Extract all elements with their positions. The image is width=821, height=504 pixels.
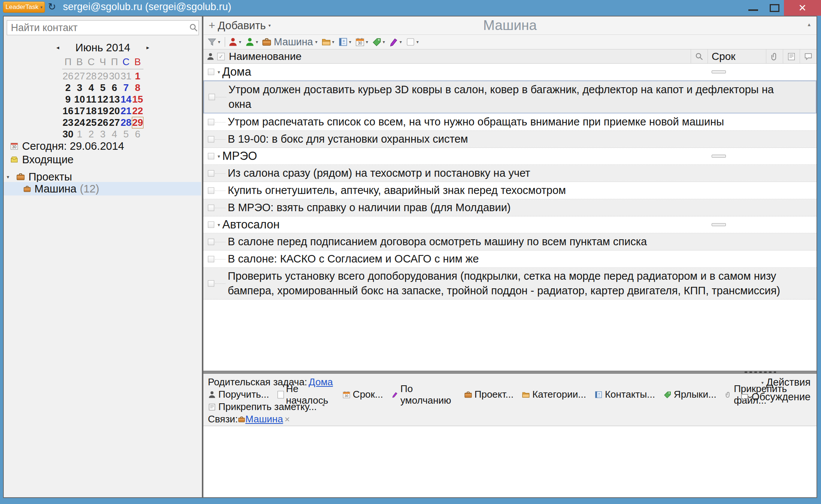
search-tasks-button[interactable] [691,49,708,63]
status-filter-button[interactable]: ▾ [406,37,419,47]
expander-icon[interactable]: ▾ [218,154,220,159]
column-due[interactable]: Срок [708,49,766,63]
group-row[interactable]: ▾ Автосалон [203,216,817,233]
calendar-day[interactable]: 5 [97,82,109,94]
linked-project-link[interactable]: Машина [245,413,283,425]
task-checkbox[interactable] [208,280,214,287]
sidebar-item-today[interactable]: 30 Сегодня: 29.06.2014 [10,139,201,153]
calendar-day[interactable]: 1 [132,70,143,82]
calendar-day[interactable]: 27 [74,70,85,82]
expander-icon[interactable]: ▾ [218,222,220,228]
minimize-button[interactable] [743,0,763,16]
calendar-day[interactable]: 10 [74,94,85,105]
calendar-day[interactable]: 6 [132,128,143,140]
assigned-by-filter-button[interactable]: ▾ [228,37,241,47]
category-filter-button[interactable]: ▾ [321,37,334,47]
notes-area[interactable] [203,426,817,497]
sidebar-item-inbox[interactable]: Входящие [10,153,201,166]
task-checkbox[interactable] [208,256,214,262]
search-icon[interactable] [189,23,199,33]
tags-filter-button[interactable]: ▾ [372,37,385,47]
column-attachment[interactable] [766,49,783,63]
calendar-day[interactable]: 29 [97,70,109,82]
marker-button[interactable]: По умолчанию [391,383,456,406]
scroll-up-icon[interactable]: ▴ [808,21,811,28]
calendar-day[interactable]: 1 [74,128,85,140]
calendar-day[interactable]: 9 [62,94,74,105]
calendar-day[interactable]: 2 [62,82,74,94]
calendar-day[interactable]: 21 [120,105,132,117]
project-button[interactable]: Проект... [464,389,513,400]
task-checkbox[interactable] [208,136,214,142]
task-row[interactable]: В МРЭО: взять справку о наличии прав (дл… [203,199,817,216]
sync-icon[interactable]: ↻ [48,1,56,13]
task-checkbox[interactable] [209,94,215,100]
tags-button[interactable]: Ярлыки... [663,389,717,400]
calendar-day[interactable]: 28 [85,70,97,82]
calendar-day[interactable]: 2 [85,128,97,140]
date-filter-button[interactable]: 30 ▾ [355,37,368,47]
calendar-day[interactable]: 27 [109,117,120,128]
assigned-to-filter-button[interactable]: ▾ [245,37,258,47]
calendar-prev-button[interactable]: ◂ [53,44,63,51]
splitter-grip[interactable] [745,371,776,373]
calendar-day[interactable]: 16 [62,105,74,117]
column-note[interactable] [783,49,800,63]
calendar-day[interactable]: 4 [109,128,120,140]
task-row[interactable]: Из салона сразу (рядом) на техосмотр и п… [203,165,817,182]
leadertask-menu-button[interactable]: LeaderTask ▾ [3,1,45,13]
calendar-day[interactable]: 5 [120,128,132,140]
task-checkbox[interactable] [208,170,214,176]
calendar-day[interactable]: 26 [62,70,74,82]
calendar-day[interactable]: 17 [74,105,85,117]
calendar-day[interactable]: 15 [132,94,143,105]
column-discussion[interactable] [800,49,817,63]
expander-icon[interactable]: ▾ [218,69,220,75]
task-checkbox[interactable] [208,119,214,125]
contacts-button[interactable]: Контакты... [594,389,655,400]
calendar-day[interactable]: 11 [85,94,97,105]
filter-button[interactable]: ▾ [207,37,220,47]
calendar-day[interactable]: 24 [74,117,85,128]
collapse-icon[interactable]: ◂ [322,402,324,407]
calendar-day[interactable]: 12 [97,94,109,105]
calendar-day[interactable]: 18 [85,105,97,117]
calendar-day[interactable]: 14 [120,94,132,105]
task-row[interactable]: В 19-00: в бокс для установки охранных с… [203,131,817,148]
task-checkbox[interactable] [208,239,214,245]
column-name[interactable]: ✓ Наименование [203,51,691,63]
calendar-day[interactable]: 23 [62,117,74,128]
group-row[interactable]: ▾ Дома [203,64,817,81]
calendar-day[interactable]: 31 [120,70,132,82]
contacts-filter-button[interactable]: ▾ [338,37,351,47]
task-checkbox[interactable] [208,222,214,228]
maximize-button[interactable] [765,0,784,16]
horizontal-splitter[interactable] [203,371,817,374]
group-handle[interactable] [712,70,726,73]
calendar-day[interactable]: 3 [74,82,85,94]
search-input[interactable] [7,22,189,34]
calendar-day[interactable]: 28 [120,117,132,128]
categories-button[interactable]: Категории... [522,389,586,400]
close-button[interactable]: ✕ [784,0,821,16]
sidebar-item-projects[interactable]: ▾ Проекты [7,170,201,183]
sidebar-item-project-mashina[interactable]: Машина (12) [4,182,201,195]
group-handle[interactable] [712,223,726,226]
calendar-day[interactable]: 13 [109,94,120,105]
add-task-button[interactable]: + Добавить ▾ [209,19,271,32]
calendar-day[interactable]: 29 [132,117,143,128]
calendar-day[interactable]: 19 [97,105,109,117]
calendar-next-button[interactable]: ▸ [143,44,153,51]
remove-link-icon[interactable]: × [285,414,290,425]
task-checkbox[interactable] [208,153,214,160]
calendar-day[interactable]: 6 [109,82,120,94]
calendar-day[interactable]: 3 [97,128,109,140]
task-checkbox[interactable] [208,69,214,75]
task-row[interactable]: Купить огнетушитель, аптечку, аварийный … [203,182,817,199]
project-filter-button[interactable]: Машина ▾ [262,36,318,48]
group-row[interactable]: ▾ МРЭО [203,148,817,165]
calendar-day[interactable]: 8 [132,82,143,94]
task-checkbox[interactable] [208,204,214,211]
assign-button[interactable]: Поручить... [208,389,269,400]
task-checkbox[interactable] [208,187,214,194]
